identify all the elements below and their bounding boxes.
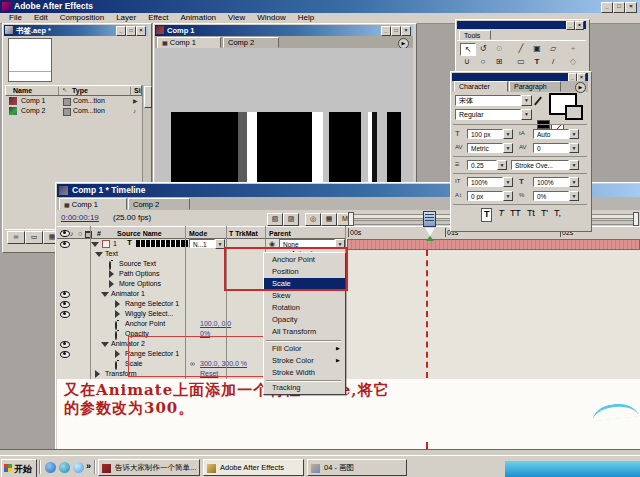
superscript-button[interactable]: T' (541, 208, 548, 222)
comp-viewer[interactable] (155, 48, 413, 183)
menu-file[interactable]: File (4, 13, 27, 23)
column-mode[interactable]: Mode (189, 229, 207, 238)
start-button[interactable]: 开始 (1, 459, 37, 477)
switches-button-2[interactable]: ▨ (283, 213, 299, 226)
tools-close-button[interactable]: × (575, 21, 584, 30)
subscript-button[interactable]: T, (554, 208, 561, 222)
twirl-open-icon[interactable] (101, 342, 109, 347)
tools-titlebar[interactable]: _ × (457, 21, 586, 29)
tab-character[interactable]: Character (454, 81, 508, 92)
menu-item-rotation[interactable]: Rotation (264, 302, 345, 314)
tracking-arrow[interactable]: ▼ (569, 143, 579, 153)
layer-duration-bar[interactable] (347, 239, 640, 250)
kerning-field[interactable]: Metric (467, 143, 503, 153)
project-row-comp2[interactable]: Comp 2 Com...tion ♪ (5, 106, 142, 116)
character-titlebar[interactable]: _ × (452, 73, 588, 81)
quicklaunch-icon-1[interactable] (45, 462, 56, 473)
frame-blend-button[interactable]: ▦ (321, 213, 337, 226)
small-caps-button[interactable]: Tt (527, 208, 535, 222)
eye-icon[interactable] (60, 291, 70, 298)
selection-tool-icon[interactable]: ↖ (460, 43, 476, 56)
eye-icon[interactable] (60, 301, 70, 308)
font-style-arrow[interactable]: ▼ (521, 109, 532, 120)
menu-edit[interactable]: Edit (29, 13, 53, 23)
baseline-shift-field[interactable]: 0 px (467, 191, 503, 201)
project-maximize-button[interactable]: □ (126, 26, 136, 36)
project-titlebar[interactable]: 书签.aep * _ □ × (4, 25, 148, 36)
menu-composition[interactable]: Composition (55, 13, 109, 23)
all-caps-button[interactable]: TT (510, 208, 521, 222)
stroke-width-arrow[interactable]: ▼ (497, 160, 507, 170)
stroke-width-field[interactable]: 0.25 (467, 160, 497, 170)
mode-dropdown[interactable]: N...1 (189, 239, 215, 248)
faux-bold-button[interactable]: T (481, 208, 493, 222)
horizontal-scale-field[interactable]: 100% (533, 177, 569, 187)
new-folder-button[interactable]: ▭ (25, 231, 43, 244)
menu-item-opacity[interactable]: Opacity (264, 314, 345, 326)
current-time-display[interactable]: 0:00:00:19 (61, 213, 99, 223)
menu-effect[interactable]: Effect (143, 13, 173, 23)
project-close-button[interactable]: × (136, 26, 146, 36)
hand-tool-icon[interactable]: ∪ (460, 56, 474, 67)
eye-icon[interactable] (60, 351, 70, 358)
work-area-handle-left[interactable] (348, 212, 354, 226)
font-family-select[interactable]: 宋体 (455, 95, 521, 106)
column-number[interactable]: # (97, 229, 101, 238)
menu-window[interactable]: Window (252, 13, 290, 23)
twirl-open-icon[interactable] (101, 292, 109, 297)
column-name[interactable]: Name (13, 86, 32, 95)
project-row-comp1[interactable]: Comp 1 Com...tion ▶ (5, 96, 142, 106)
faux-italic-button[interactable]: T (498, 208, 504, 222)
twirl-closed-icon[interactable] (115, 350, 120, 358)
type-tool-icon[interactable]: T (530, 56, 544, 67)
stroke-style-select[interactable]: Stroke Ove... (511, 160, 569, 170)
column-parent[interactable]: Parent (269, 229, 291, 238)
rotation-tool-icon[interactable]: ↺ (476, 43, 490, 54)
eyedropper-icon[interactable] (534, 97, 542, 106)
quicklaunch-icon-2[interactable] (59, 462, 70, 473)
taskbar-item-tutorial[interactable]: 告诉大家制作一个简单... (98, 459, 200, 476)
menu-help[interactable]: Help (293, 13, 319, 23)
horizontal-scale-arrow[interactable]: ▼ (569, 177, 579, 187)
baseline-shift-arrow[interactable]: ▼ (503, 191, 513, 201)
eye-icon[interactable] (60, 341, 70, 348)
vertical-scale-arrow[interactable]: ▼ (503, 177, 513, 187)
comp-close-button[interactable]: × (401, 26, 411, 36)
menu-item-stroke-width[interactable]: Stroke Width (264, 367, 345, 379)
tab-paragraph[interactable]: Paragraph (509, 81, 561, 92)
comp-maximize-button[interactable]: □ (391, 26, 401, 36)
tracking-field[interactable]: 0 (533, 143, 569, 153)
leading-field[interactable]: Auto (533, 129, 569, 139)
twirl-closed-icon[interactable] (109, 280, 114, 288)
font-style-select[interactable]: Regular (455, 109, 521, 120)
layer-eye-icon[interactable] (60, 241, 70, 248)
switches-button-1[interactable]: ▧ (267, 213, 283, 226)
comp-minimize-button[interactable]: _ (381, 26, 391, 36)
twirl-closed-icon[interactable] (95, 370, 100, 378)
axis-mode2-icon[interactable]: ◇ (566, 56, 580, 67)
menu-layer[interactable]: Layer (111, 13, 141, 23)
project-minimize-button[interactable]: _ (116, 26, 126, 36)
column-trkmat[interactable]: T TrkMat (229, 229, 258, 238)
minimize-button[interactable]: _ (601, 2, 613, 13)
brush-tool-icon[interactable]: ╱ (514, 43, 528, 54)
tab-comp1[interactable]: ▦ Comp 1 (157, 37, 221, 48)
column-type[interactable]: Type (72, 86, 88, 95)
taskbar-item-paint[interactable]: 04 - 画图 (307, 459, 407, 476)
twirl-closed-icon[interactable] (115, 300, 120, 308)
stroke-color-swatch[interactable] (565, 105, 583, 120)
zoom-tool-icon[interactable]: ○ (476, 56, 490, 67)
rect-mask-tool-icon[interactable]: ▭ (514, 56, 528, 67)
current-time-indicator-head[interactable] (423, 211, 436, 227)
stroke-style-arrow[interactable]: ▼ (569, 160, 579, 170)
taskbar-item-after-effects[interactable]: Adobe After Effects (203, 459, 304, 476)
eye-icon[interactable] (60, 311, 70, 318)
menu-item-stroke-color[interactable]: Stroke Color (264, 355, 345, 367)
work-area-handle-right[interactable] (633, 212, 639, 226)
leading-arrow[interactable]: ▼ (569, 129, 579, 139)
clone-tool-icon[interactable]: ▣ (530, 43, 544, 54)
menu-item-all-transform[interactable]: All Transform (264, 326, 345, 338)
layer-twirl-icon[interactable] (91, 242, 99, 247)
column-size[interactable]: Si (134, 86, 141, 95)
tsume-arrow[interactable]: ▼ (569, 191, 579, 201)
